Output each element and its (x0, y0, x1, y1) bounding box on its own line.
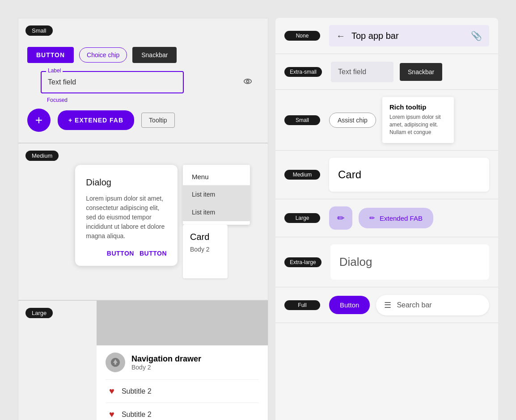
fab-circle-button[interactable]: + (27, 109, 51, 132)
fab-extended-right[interactable]: ✏ Extended FAB (359, 208, 433, 228)
search-bar-text: Search bar (397, 301, 431, 309)
section-medium: Medium Dialog Lorem ipsum dolor sit amet… (18, 143, 268, 300)
nav-item-2-label: Subtitle 2 (122, 411, 152, 419)
fab-extended-right-label: Extended FAB (380, 214, 423, 222)
none-label: None (284, 31, 320, 41)
top-app-bar: ← Top app bar 📎 (329, 25, 489, 46)
medium-content: Dialog Lorem ipsum dolor sit amet, conse… (27, 154, 259, 289)
card-right: Card (329, 158, 489, 192)
nav-item-1[interactable]: ♥ Subtitle 2 (106, 379, 259, 403)
full-content: Button ☰ Search bar (329, 295, 489, 315)
dialog-box: Dialog Lorem ipsum dolor sit amet, conse… (75, 165, 178, 266)
tooltip-chip: Tooltip (141, 113, 174, 128)
row-medium: Medium Card (275, 151, 498, 199)
focused-label: Focused (47, 97, 259, 103)
row-large: Large ✏ ✏ Extended FAB (275, 199, 498, 237)
nav-drawer-header: Navigation drawer Body 2 (106, 353, 259, 372)
dialog-right: Dialog (330, 244, 489, 280)
large-label: Large (25, 308, 53, 318)
row-none: None ← Top app bar 📎 (275, 18, 498, 54)
app-bar-title: Top app bar (351, 31, 465, 41)
edit-icon-1: ✏ (337, 213, 345, 223)
fab-row: + + EXTENED FAB Tooltip (27, 109, 259, 132)
card-small-title: Card (190, 232, 220, 242)
small-content: Assist chip Rich tooltip Lorem ipsum dol… (329, 97, 489, 143)
menu-card: Menu List item List item (183, 165, 250, 225)
search-icon: ☰ (384, 300, 391, 310)
row-full: Full Button ☰ Search bar (275, 287, 498, 323)
dialog-btn-1[interactable]: BUTTON (107, 250, 134, 257)
heart-icon-1: ♥ (109, 386, 114, 396)
right-panel: None ← Top app bar 📎 Extra-small Text fi… (275, 18, 498, 420)
assist-chip[interactable]: Assist chip (329, 113, 376, 128)
card-right-title: Card (338, 168, 480, 181)
row-extra-large: Extra-large Dialog (275, 237, 498, 287)
dialog-actions: BUTTON BUTTON (86, 250, 167, 257)
extra-large-label: Extra-large (284, 257, 321, 267)
medium-label: Medium (25, 151, 59, 161)
snackbar-chip: Snackbar (132, 47, 177, 63)
menu-item-1[interactable]: List item (183, 185, 250, 203)
rich-tooltip-title: Rich tooltip (389, 103, 447, 111)
extra-large-content: Dialog (330, 244, 489, 280)
dialog-btn-2[interactable]: BUTTON (140, 250, 167, 257)
dialog-title: Dialog (86, 177, 167, 188)
extra-small-content: Text field Snackbar (331, 62, 489, 82)
nav-title: Navigation drawer (131, 354, 201, 364)
large-label-right: Large (284, 213, 320, 223)
nav-item-1-label: Subtitle 2 (122, 387, 152, 395)
dialog-right-title: Dialog (339, 255, 480, 269)
row-extra-small: Extra-small Text field Snackbar (275, 54, 498, 90)
rich-tooltip: Rich tooltip Lorem ipsum dolor sit amet,… (382, 97, 454, 143)
small-top-row: BUTTON Choice chip Snackbar (27, 45, 259, 63)
nav-avatar (106, 353, 125, 372)
search-bar-right[interactable]: ☰ Search bar (376, 295, 489, 315)
text-field-right[interactable]: Text field (331, 62, 393, 82)
large-content: ✏ ✏ Extended FAB (329, 206, 489, 230)
left-panel: Small BUTTON Choice chip Snackbar Label … (18, 18, 268, 420)
section-large: Large Navigation drawer Body 2 ♥ Subtitl… (18, 300, 268, 420)
nav-drawer: Navigation drawer Body 2 ♥ Subtitle 2 ♥ … (97, 345, 268, 420)
fab-circle-right[interactable]: ✏ (329, 206, 352, 230)
menu-header: Menu (183, 168, 250, 185)
card-small: Card Body 2 (183, 225, 228, 278)
edit-icon-2: ✏ (369, 214, 375, 222)
small-label: Small (25, 25, 53, 36)
button-filled[interactable]: BUTTON (27, 47, 74, 63)
dialog-body: Lorem ipsum dolor sit amet, consectetur … (86, 194, 167, 241)
back-arrow-icon[interactable]: ← (336, 31, 345, 41)
extra-small-label: Extra-small (284, 67, 322, 77)
heart-icon-2: ♥ (109, 409, 114, 420)
rich-tooltip-body: Lorem ipsum dolor sit amet, adipiscing e… (389, 113, 447, 137)
svg-point-1 (246, 80, 249, 83)
eye-icon[interactable] (243, 76, 253, 88)
none-content: ← Top app bar 📎 (329, 25, 489, 46)
section-small: Small BUTTON Choice chip Snackbar Label … (18, 18, 268, 143)
nav-header-text: Navigation drawer Body 2 (131, 354, 201, 371)
fab-extended-button[interactable]: + EXTENED FAB (58, 110, 134, 130)
attach-icon[interactable]: 📎 (471, 30, 482, 41)
text-field-input[interactable] (41, 71, 184, 93)
full-button[interactable]: Button (329, 296, 370, 314)
full-label: Full (284, 300, 320, 310)
nav-item-2[interactable]: ♥ Subtitle 2 (106, 403, 259, 420)
menu-and-card: Menu List item List item Card Body 2 (183, 165, 250, 278)
plus-icon: + (35, 113, 42, 127)
nav-title-sub: Body 2 (131, 364, 201, 371)
snackbar-dark: Snackbar (400, 63, 442, 81)
medium-content-right: Card (329, 158, 489, 192)
choice-chip[interactable]: Choice chip (79, 47, 127, 63)
text-field-wrapper: Label (41, 71, 259, 93)
text-field-label: Label (46, 67, 63, 74)
row-small: Small Assist chip Rich tooltip Lorem ips… (275, 90, 498, 151)
nav-image-area (97, 301, 268, 345)
card-small-body: Body 2 (190, 246, 220, 253)
small-label-right: Small (284, 115, 320, 125)
medium-label-right: Medium (284, 170, 320, 180)
menu-item-2[interactable]: List item (183, 203, 250, 221)
